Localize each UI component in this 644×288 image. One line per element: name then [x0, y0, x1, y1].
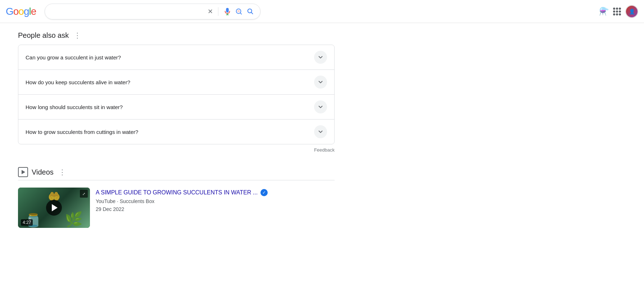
feedback-link[interactable]: Feedback: [314, 147, 335, 153]
search-bar[interactable]: how to grow succulents in water ✕: [45, 4, 260, 19]
paa-item[interactable]: Can you grow a succulent in just water?: [18, 45, 334, 70]
header-right: ⚗️ 👤: [599, 5, 638, 18]
video-date: 29 Dec 2022: [96, 206, 268, 212]
videos-title: Videos: [32, 168, 54, 176]
video-item: 🤲 🫙 🌿 4:27 ⤢ A SIMPLE GUIDE TO GROWING S…: [18, 185, 345, 231]
paa-expand-4[interactable]: [314, 125, 327, 138]
videos-section-icon: [18, 167, 28, 177]
play-button[interactable]: [46, 200, 62, 216]
videos-more-options-icon[interactable]: ⋮: [57, 167, 67, 177]
main-content: People also ask ⋮ Can you grow a succule…: [0, 23, 345, 238]
video-duration: 4:27: [21, 219, 33, 226]
paa-feedback-row: Feedback: [18, 144, 335, 156]
search-submit-icon[interactable]: [246, 8, 254, 15]
paa-list: Can you grow a succulent in just water? …: [18, 45, 335, 144]
paa-item[interactable]: How do you keep succulents alive in wate…: [18, 70, 334, 95]
paa-more-options-icon[interactable]: ⋮: [72, 30, 82, 40]
paa-question-3: How long should succulents sit in water?: [26, 104, 123, 110]
paa-title: People also ask: [18, 31, 69, 40]
video-source: YouTube · Succulents Box: [96, 198, 268, 204]
paa-question-4: How to grow succulents from cuttings in …: [26, 129, 138, 135]
user-avatar[interactable]: 👤: [625, 5, 638, 18]
avatar-image: 👤: [626, 6, 638, 17]
verified-badge-icon: ✓: [260, 189, 268, 196]
videos-section: Videos ⋮ 🤲 🫙 🌿 4:27 ⤢: [18, 167, 345, 231]
search-input[interactable]: how to grow succulents in water: [51, 8, 204, 15]
video-title-link[interactable]: A SIMPLE GUIDE TO GROWING SUCCULENTS IN …: [96, 189, 268, 196]
paa-expand-2[interactable]: [314, 76, 327, 89]
search-divider: [218, 7, 218, 16]
video-info: A SIMPLE GUIDE TO GROWING SUCCULENTS IN …: [96, 188, 268, 212]
labs-icon[interactable]: ⚗️: [599, 7, 609, 16]
video-title-text: A SIMPLE GUIDE TO GROWING SUCCULENTS IN …: [96, 189, 258, 196]
svg-marker-3: [22, 170, 25, 174]
paa-item[interactable]: How to grow succulents from cuttings in …: [18, 120, 334, 144]
paa-header: People also ask ⋮: [18, 30, 345, 40]
google-apps-icon[interactable]: [613, 8, 621, 15]
paa-question-2: How do you keep succulents alive in wate…: [26, 79, 130, 85]
paa-expand-3[interactable]: [314, 100, 327, 113]
voice-search-icon[interactable]: [223, 8, 231, 15]
videos-header: Videos ⋮: [18, 167, 335, 180]
video-fullscreen-icon[interactable]: ⤢: [80, 190, 88, 198]
image-search-icon[interactable]: [235, 8, 243, 15]
clear-search-icon[interactable]: ✕: [208, 8, 213, 15]
header: Google how to grow succulents in water ✕: [0, 0, 644, 23]
people-also-ask-section: People also ask ⋮ Can you grow a succule…: [18, 30, 345, 156]
video-thumbnail[interactable]: 🤲 🫙 🌿 4:27 ⤢: [18, 188, 90, 228]
play-triangle-icon: [52, 204, 58, 211]
paa-item[interactable]: How long should succulents sit in water?: [18, 95, 334, 120]
google-logo[interactable]: Google: [6, 6, 36, 17]
paa-question-1: Can you grow a succulent in just water?: [26, 54, 121, 60]
paa-expand-1[interactable]: [314, 51, 327, 64]
